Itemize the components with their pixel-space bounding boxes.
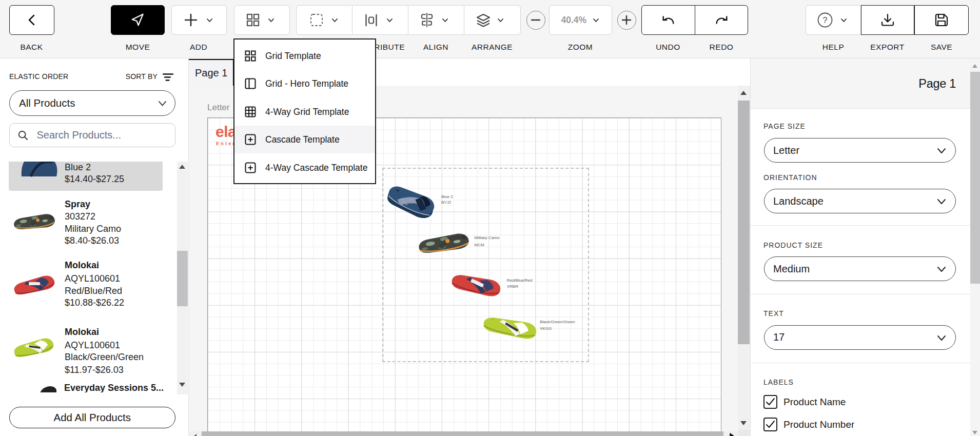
svg-text:?: ? xyxy=(823,16,828,25)
